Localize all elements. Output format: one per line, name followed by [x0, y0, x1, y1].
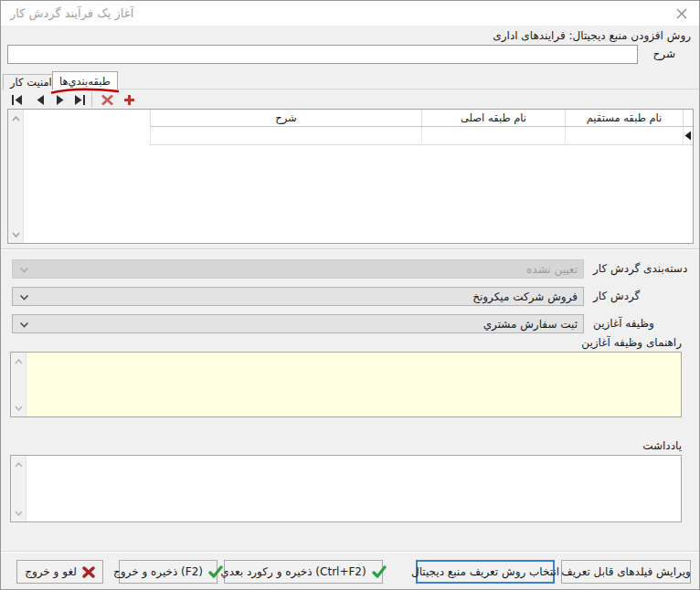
initial-task-select[interactable]: ثبت سفارش مشتري: [12, 314, 584, 333]
dialog-window: آغاز یک فرآیند گردش کار روش افزودن منبع …: [0, 0, 700, 590]
note-textarea[interactable]: [10, 455, 682, 522]
cancel-exit-button[interactable]: لغو و خروج: [16, 560, 103, 584]
next-record-icon: [54, 94, 67, 106]
prior-record-button[interactable]: [32, 93, 48, 107]
edit-definable-fields-button[interactable]: ویرایش فیلدهای قابل تعریف: [561, 560, 691, 584]
first-record-button[interactable]: [9, 93, 26, 107]
save-exit-label: ذخیره و خروج (F2): [113, 565, 203, 578]
save-next-record-label: ذخیره و رکورد بعدي (Ctrl+F2): [220, 565, 366, 578]
scroll-up-icon[interactable]: [11, 458, 26, 471]
workflow-label: گردش کار: [593, 290, 640, 302]
note-label: یادداشت: [642, 439, 682, 452]
cancel-x-icon: [82, 566, 95, 578]
chevron-down-icon: [19, 321, 29, 328]
insert-record-icon: [123, 94, 135, 106]
edit-definable-fields-label: ویرایش فیلدهای قابل تعریف: [561, 565, 691, 578]
cancel-exit-label: لغو و خروج: [25, 565, 77, 578]
delete-record-icon: [101, 94, 114, 106]
classifications-grid: شرح نام طبقه اصلی نام طبقه مستقیم: [7, 109, 694, 244]
close-button[interactable]: [674, 7, 689, 20]
note-vertical-scrollbar[interactable]: [11, 456, 27, 522]
grid-cell-desc[interactable]: [150, 127, 421, 145]
prior-record-icon: [34, 94, 47, 106]
last-record-button[interactable]: [71, 93, 88, 107]
first-record-icon: [10, 94, 25, 106]
scroll-up-icon[interactable]: [8, 111, 23, 125]
scroll-down-icon[interactable]: [11, 401, 26, 415]
section-divider: [1, 248, 700, 249]
window-title: آغاز یک فرآیند گردش کار: [10, 6, 133, 20]
footer-divider: [1, 551, 700, 552]
grid-header-direct-class[interactable]: نام طبقه مستقیم: [565, 110, 683, 127]
scroll-down-icon[interactable]: [11, 506, 26, 520]
description-input[interactable]: [7, 45, 638, 64]
chevron-down-icon: [19, 267, 29, 273]
grid-header-indicator: [683, 110, 693, 127]
tab-classifications-label: طبقه‌بندي‌ها: [59, 75, 111, 88]
select-definition-method-label: انتخاب روش تعریف منبع دیجیتال: [411, 565, 559, 578]
tab-highlight-annotation-icon: [50, 87, 120, 95]
workflow-category-select: تعیین نشده: [12, 259, 584, 279]
save-next-record-button[interactable]: ذخیره و رکورد بعدي (Ctrl+F2): [224, 560, 383, 584]
workflow-select[interactable]: فروش شرکت میکرونخ: [12, 287, 584, 306]
select-definition-method-button[interactable]: انتخاب روش تعریف منبع دیجیتال: [416, 560, 555, 584]
description-label: شرح: [653, 47, 675, 60]
initial-task-value: ثبت سفارش مشتري: [483, 315, 578, 333]
initial-task-guide-textarea[interactable]: [10, 352, 682, 417]
workflow-category-value: تعیین نشده: [526, 260, 578, 279]
insert-record-button[interactable]: [121, 93, 137, 107]
save-exit-button[interactable]: ذخیره و خروج (F2): [119, 560, 217, 584]
scroll-up-icon[interactable]: [11, 354, 26, 368]
grid-row-indicator: [683, 127, 693, 145]
workflow-value: فروش شرکت میکرونخ: [472, 288, 578, 306]
current-record-icon: [684, 131, 692, 141]
initial-task-label: وظیفه آغازین: [593, 317, 654, 330]
guide-vertical-scrollbar[interactable]: [11, 353, 27, 416]
grid-vertical-scrollbar[interactable]: [8, 110, 24, 243]
method-label: روش افزودن منبع دیجیتال: فرایندهای اداری: [493, 29, 691, 42]
workflow-category-label: دسته‌بندی گردش کار: [593, 262, 687, 275]
initial-task-guide-label: راهنمای وظیفه آغازین: [581, 336, 682, 349]
grid-header-desc[interactable]: شرح: [150, 110, 421, 127]
next-record-button[interactable]: [52, 93, 69, 107]
chevron-down-icon: [19, 294, 29, 300]
check-icon: [372, 565, 387, 578]
grid-cell-direct-class[interactable]: [565, 127, 683, 145]
delete-record-button[interactable]: [99, 93, 115, 107]
grid-cell-main-class[interactable]: [421, 127, 565, 145]
last-record-icon: [72, 94, 87, 106]
grid-header-main-class[interactable]: نام طبقه اصلی: [421, 110, 565, 127]
close-icon: [676, 8, 687, 19]
scroll-down-icon[interactable]: [8, 227, 23, 241]
